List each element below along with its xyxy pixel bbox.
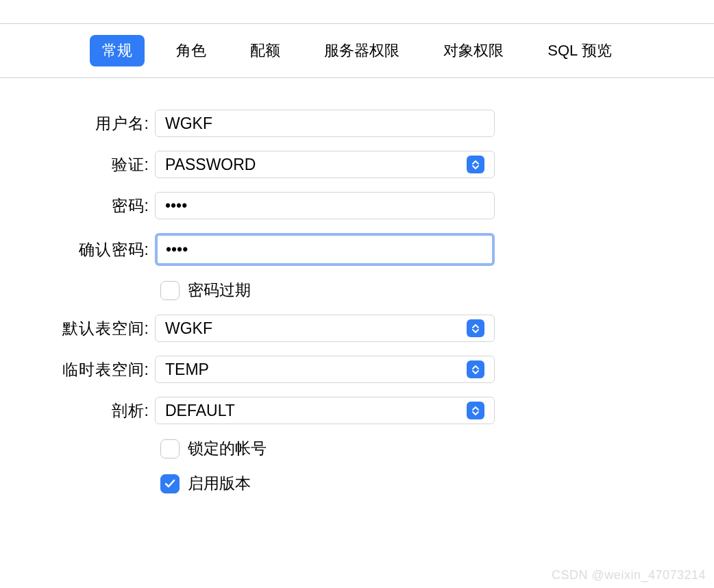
stepper-icon	[467, 319, 484, 337]
tab-server-privs[interactable]: 服务器权限	[312, 35, 412, 66]
profile-value: DEFAULT	[165, 402, 235, 420]
confirm-password-label: 确认密码:	[0, 239, 155, 260]
password-input[interactable]	[155, 192, 495, 219]
temp-tablespace-value: TEMP	[165, 360, 209, 379]
stepper-icon	[467, 156, 484, 173]
auth-label: 验证:	[0, 154, 155, 175]
auth-select[interactable]: PASSWORD	[155, 151, 495, 178]
password-label: 密码:	[0, 195, 155, 217]
tab-object-privs[interactable]: 对象权限	[431, 35, 516, 66]
default-tablespace-value: WGKF	[165, 319, 212, 338]
tab-bar: 常规 角色 配额 服务器权限 对象权限 SQL 预览	[0, 23, 714, 78]
password-expired-label: 密码过期	[188, 280, 251, 301]
tab-roles[interactable]: 角色	[164, 35, 219, 66]
auth-value: PASSWORD	[165, 156, 256, 174]
stepper-icon	[467, 360, 484, 378]
profile-label: 剖析:	[0, 400, 155, 421]
default-tablespace-label: 默认表空间:	[0, 318, 155, 339]
temp-tablespace-label: 临时表空间:	[0, 359, 155, 380]
username-input[interactable]	[155, 110, 495, 137]
username-label: 用户名:	[0, 113, 155, 134]
locked-account-checkbox[interactable]	[160, 439, 180, 458]
tab-general[interactable]: 常规	[90, 35, 145, 66]
tab-sql-preview[interactable]: SQL 预览	[535, 35, 624, 66]
confirm-password-input[interactable]	[155, 233, 495, 266]
locked-account-label: 锁定的帐号	[188, 438, 267, 459]
general-form: 用户名: 验证: PASSWORD 密码: 确认密码: 密码过期 默认表空间: …	[0, 110, 714, 494]
password-expired-checkbox[interactable]	[160, 281, 180, 300]
profile-select[interactable]: DEFAULT	[155, 397, 495, 424]
tab-quota[interactable]: 配额	[238, 35, 293, 66]
temp-tablespace-select[interactable]: TEMP	[155, 356, 495, 383]
default-tablespace-select[interactable]: WGKF	[155, 315, 495, 342]
watermark: CSDN @weixin_47073214	[552, 568, 706, 583]
stepper-icon	[467, 402, 484, 419]
enable-versions-checkbox[interactable]	[160, 474, 180, 493]
enable-versions-label: 启用版本	[188, 473, 251, 494]
